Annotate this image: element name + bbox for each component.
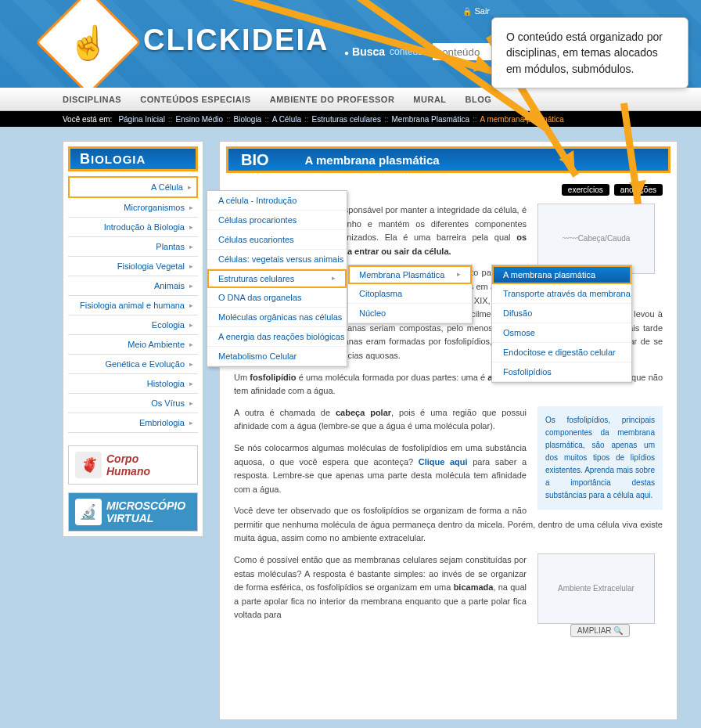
breadcrumb: Você está em: Página Inicial:: Ensino Mé… [0, 111, 701, 127]
sidebar-item-8[interactable]: Meio Ambiente▸ [68, 335, 198, 355]
sidebar-item-6[interactable]: Fisiologia animal e humana▸ [68, 296, 198, 315]
crumb-3[interactable]: A Célula [272, 115, 301, 124]
info-box-fosfolipidios: Os fosfolipídios, principais componentes… [537, 406, 663, 510]
brand-name[interactable]: CLICKIDEIA [143, 23, 329, 57]
crumb-5[interactable]: Membrana Plasmática [391, 115, 469, 124]
fly3-item-5[interactable]: Fosfolipídios [492, 362, 631, 382]
sidebar-item-3[interactable]: Plantas▸ [68, 237, 198, 257]
fly3-item-3[interactable]: Osmose [492, 323, 631, 343]
sidebar-item-11[interactable]: Os Vírus▸ [68, 394, 198, 413]
fly1-item-3[interactable]: Células: vegetais versus animais [207, 250, 347, 269]
fly3-item-4[interactable]: Endocitose e digestão celular [492, 343, 631, 362]
fly1-item-5[interactable]: O DNA das organelas [207, 288, 347, 308]
fly1-item-0[interactable]: A célula - Introdução [207, 191, 347, 211]
breadcrumb-label: Você está em: [63, 115, 112, 124]
annotation-callout: O conteúdo está organizado por disciplin… [491, 17, 688, 88]
sidebar-item-4[interactable]: Fisiologia Vegetal▸ [68, 257, 198, 276]
sidebar-item-2[interactable]: Introdução à Biologia▸ [68, 218, 198, 237]
crumb-1[interactable]: Ensino Médio [175, 115, 223, 124]
fly2-item-2[interactable]: Núcleo [348, 304, 472, 323]
fly1-item-6[interactable]: Moléculas orgânicas nas células [207, 308, 347, 327]
sidebar-item-7[interactable]: Ecologia▸ [68, 315, 198, 335]
fly2-item-1[interactable]: Citoplasma [348, 284, 472, 304]
fly1-item-8[interactable]: Metabolismo Celular [207, 347, 347, 366]
crumb-2[interactable]: Biologia [234, 115, 262, 124]
sidebar-item-0[interactable]: A Célula▸ [68, 176, 198, 198]
nav-mural[interactable]: MURAL [413, 95, 446, 104]
fly2-item-0[interactable]: Membrana Plasmática▸ [348, 265, 472, 284]
nav-conteudos[interactable]: CONTEÚDOS ESPECIAIS [140, 95, 251, 104]
logout-link[interactable]: Sair [462, 6, 490, 16]
sidebar-item-1[interactable]: Microrganismos▸ [68, 198, 198, 218]
ad-microscopio-virtual[interactable]: 🔬 MICROSCÓPIOVIRTUAL [68, 492, 198, 532]
chip-exercicios[interactable]: exercícios [562, 184, 609, 196]
microscope-icon: 🔬 [75, 499, 102, 525]
info-box-link[interactable]: aqui [636, 491, 651, 499]
heart-icon: 🫀 [75, 452, 102, 478]
discipline-sidebar: BIOLOGIA A Célula▸Microrganismos▸Introdu… [63, 141, 203, 537]
crumb-4[interactable]: Estruturas celulares [312, 115, 381, 124]
fly1-item-2[interactable]: Células eucariontes [207, 230, 347, 250]
figure-bicamada: Ambiente Extracelular AMPLIAR 🔍 [537, 553, 663, 638]
fly3-item-0[interactable]: A membrana plasmática [492, 265, 631, 284]
nav-disciplinas[interactable]: DISCIPLINAS [63, 95, 121, 104]
nav-ambiente[interactable]: AMBIENTE DO PROFESSOR [270, 95, 395, 104]
main-nav: DISCIPLINAS CONTEÚDOS ESPECIAIS AMBIENTE… [0, 88, 701, 111]
sidebar-item-10[interactable]: Histologia▸ [68, 374, 198, 394]
ad-corpo-humano[interactable]: 🫀 CorpoHumano [68, 445, 198, 485]
crumb-home[interactable]: Página Inicial [118, 115, 164, 124]
logo-icon[interactable]: ☝ [35, 0, 142, 88]
search-label: Busca [344, 45, 385, 58]
sidebar-item-5[interactable]: Animais▸ [68, 276, 198, 296]
submenu-estruturas: Membrana Plasmática▸CitoplasmaNúcleo [347, 265, 473, 324]
nav-blog[interactable]: BLOG [466, 95, 492, 104]
fly1-item-4[interactable]: Estruturas celulares▸ [207, 269, 347, 288]
submenu-membrana: A membrana plasmáticaTransporte através … [491, 265, 632, 383]
submenu-a-celula: A célula - IntroduçãoCélulas procarionte… [207, 190, 347, 367]
article-title-bar: BIO A membrana plasmática [226, 146, 670, 173]
fly3-item-2[interactable]: Difusão [492, 304, 631, 323]
fly3-item-1[interactable]: Transporte através da membrana [492, 284, 631, 304]
sidebar-item-9[interactable]: Genética e Evolução▸ [68, 355, 198, 374]
fly1-item-7[interactable]: A energia das reações biológicas [207, 327, 347, 347]
link-clique-aqui[interactable]: Clique aqui [419, 457, 468, 467]
fly1-item-1[interactable]: Células procariontes [207, 211, 347, 230]
ampliar-button[interactable]: AMPLIAR 🔍 [570, 624, 631, 637]
sidebar-item-12[interactable]: Embriologia▸ [68, 413, 198, 433]
sidebar-title: BIOLOGIA [68, 146, 198, 171]
